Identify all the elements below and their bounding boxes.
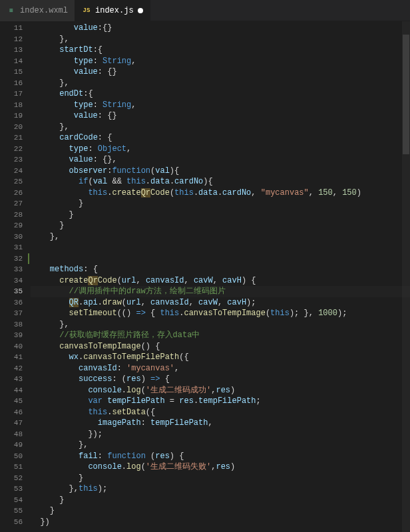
code-line[interactable] — [31, 253, 410, 265]
line-number: 35 — [4, 286, 23, 297]
code-line[interactable]: } — [31, 495, 410, 506]
line-number: 22 — [4, 144, 23, 155]
code-line[interactable]: imagePath: tempFilePath, — [31, 418, 410, 429]
code-line[interactable]: success: (res) => { — [31, 374, 410, 385]
tab-label: index.js — [95, 6, 134, 15]
line-number: 37 — [4, 308, 23, 319]
code-line[interactable]: fail: function (res) { — [31, 451, 410, 462]
code-line[interactable]: type: String, — [31, 56, 410, 67]
code-editor[interactable]: 1112131415161718192021222324252627282930… — [0, 21, 410, 532]
line-number: 30 — [4, 231, 23, 243]
line-number: 26 — [4, 188, 23, 199]
code-line[interactable]: canvasId: 'mycanvas', — [31, 363, 410, 374]
line-number: 14 — [4, 56, 23, 67]
line-number-gutter: 1112131415161718192021222324252627282930… — [4, 21, 31, 532]
tab-label: index.wxml — [20, 6, 68, 15]
code-line[interactable]: }, — [31, 440, 410, 451]
code-line[interactable]: startDt:{ — [31, 45, 410, 56]
line-number: 23 — [4, 154, 23, 166]
line-number: 33 — [4, 264, 23, 275]
line-number: 29 — [4, 220, 23, 231]
code-line[interactable]: value:{} — [31, 23, 410, 34]
code-line[interactable]: var tempFilePath = res.tempFilePath; — [31, 396, 410, 407]
code-line[interactable]: methods: { — [31, 264, 410, 275]
line-number: 53 — [4, 483, 23, 495]
code-line[interactable]: type: String, — [31, 100, 410, 111]
line-number: 34 — [4, 275, 23, 287]
line-number: 42 — [4, 363, 23, 374]
code-line[interactable]: type: Object, — [31, 144, 410, 155]
code-line[interactable]: } — [31, 220, 410, 231]
tab-index-wxml[interactable]: ≡ index.wxml — [0, 0, 75, 21]
code-line[interactable]: value: {} — [31, 110, 410, 122]
code-line[interactable]: cardCode: { — [31, 132, 410, 144]
code-line[interactable]: value: {} — [31, 66, 410, 78]
vertical-scrollbar[interactable] — [402, 21, 410, 532]
line-number: 11 — [4, 23, 23, 34]
code-line[interactable]: console.log('生成二维码失败',res) — [31, 462, 410, 473]
code-line[interactable]: value: {}, — [31, 154, 410, 166]
line-number: 50 — [4, 451, 23, 462]
code-line[interactable]: } — [31, 198, 410, 209]
code-line[interactable]: }, — [31, 122, 410, 133]
code-line[interactable]: } — [31, 209, 410, 221]
line-number: 55 — [4, 505, 23, 517]
line-number: 54 — [4, 495, 23, 506]
code-line[interactable]: observer:function(val){ — [31, 166, 410, 177]
code-line[interactable]: setTimeout(() => { this.canvasToTempImag… — [31, 308, 410, 319]
code-line[interactable]: this.setData({ — [31, 407, 410, 418]
code-line[interactable]: }); — [31, 429, 410, 440]
line-number: 32 — [4, 253, 23, 265]
js-file-icon: JS — [82, 6, 91, 15]
code-line[interactable]: if(val && this.data.cardNo){ — [31, 176, 410, 188]
code-line[interactable]: wx.canvasToTempFilePath({ — [31, 352, 410, 363]
code-line[interactable]: } — [31, 473, 410, 484]
line-number: 28 — [4, 209, 23, 221]
line-number: 47 — [4, 418, 23, 429]
code-line[interactable]: canvasToTempImage() { — [31, 341, 410, 352]
code-line[interactable]: }, — [31, 34, 410, 45]
wxml-file-icon: ≡ — [7, 6, 16, 15]
line-number: 51 — [4, 462, 23, 473]
code-line[interactable]: //获取临时缓存照片路径，存入data中 — [31, 330, 410, 341]
code-line[interactable]: }, — [31, 231, 410, 243]
code-line[interactable]: },this); — [31, 483, 410, 495]
code-line[interactable]: QR.api.draw(url, canvasId, cavW, cavH); — [31, 297, 410, 309]
scrollbar-thumb[interactable] — [403, 35, 409, 154]
line-number: 27 — [4, 198, 23, 209]
code-line[interactable]: createQrCode(url, canvasId, cavW, cavH) … — [31, 275, 410, 287]
line-number: 56 — [4, 517, 23, 528]
line-number: 49 — [4, 440, 23, 451]
code-area[interactable]: value:{} }, startDt:{ type: String, valu… — [31, 21, 410, 532]
line-number: 13 — [4, 45, 23, 56]
line-number: 24 — [4, 166, 23, 177]
code-line[interactable]: }) — [31, 517, 410, 528]
tab-bar: ≡ index.wxml JS index.js — [0, 0, 410, 21]
line-number: 21 — [4, 132, 23, 144]
unsaved-indicator-icon — [138, 8, 143, 13]
line-number: 39 — [4, 330, 23, 341]
code-line[interactable]: //调用插件中的draw方法，绘制二维码图片 — [31, 286, 410, 297]
line-number: 25 — [4, 176, 23, 188]
tab-index-js[interactable]: JS index.js — [75, 0, 150, 21]
line-number: 15 — [4, 66, 23, 78]
line-number: 43 — [4, 374, 23, 385]
code-line[interactable] — [31, 242, 410, 253]
code-line[interactable]: } — [31, 505, 410, 517]
line-number: 19 — [4, 110, 23, 122]
line-number: 41 — [4, 352, 23, 363]
line-number: 38 — [4, 319, 23, 331]
line-number: 48 — [4, 429, 23, 440]
line-number: 40 — [4, 341, 23, 352]
code-line[interactable]: }, — [31, 78, 410, 89]
line-number: 20 — [4, 122, 23, 133]
line-number: 36 — [4, 297, 23, 309]
code-line[interactable]: console.log('生成二维码成功',res) — [31, 385, 410, 396]
code-line[interactable]: }, — [31, 319, 410, 331]
line-number: 31 — [4, 242, 23, 253]
line-number: 17 — [4, 88, 23, 100]
code-line[interactable]: endDt:{ — [31, 88, 410, 100]
line-number: 16 — [4, 78, 23, 89]
line-number: 52 — [4, 473, 23, 484]
code-line[interactable]: this.createQrCode(this.data.cardNo, "myc… — [31, 188, 410, 199]
